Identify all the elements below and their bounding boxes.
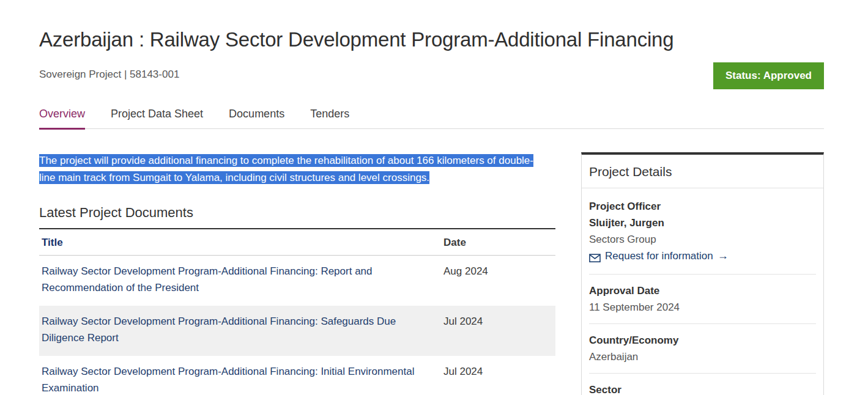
document-link[interactable]: Railway Sector Development Program-Addit…	[42, 265, 373, 293]
field-label: Country/Economy	[589, 332, 816, 349]
project-details-panel: Project Details Project Officer Sluijter…	[581, 152, 824, 395]
document-date-cell: Aug 2024	[443, 263, 543, 296]
content-area: The project will provide additional fina…	[39, 152, 824, 395]
header-row: Sovereign Project | 58143-001 Status: Ap…	[39, 62, 824, 89]
tab-documents[interactable]: Documents	[229, 108, 284, 130]
selected-text: The project will provide additional fina…	[39, 154, 533, 184]
main-column: The project will provide additional fina…	[39, 152, 555, 395]
officer-label: Project Officer	[589, 198, 816, 215]
divider	[589, 274, 816, 275]
mail-icon	[589, 251, 601, 260]
project-subtitle: Sovereign Project | 58143-001	[39, 68, 179, 81]
document-date-cell: Jul 2024	[443, 313, 543, 346]
status-badge: Status: Approved	[713, 62, 824, 89]
project-details-body: Project Officer Sluijter, Jurgen Sectors…	[582, 188, 823, 395]
tab-project-data-sheet[interactable]: Project Data Sheet	[111, 108, 203, 130]
divider	[589, 373, 816, 374]
field-value: 11 September 2024	[589, 299, 816, 316]
field-value: Azerbaijan	[589, 349, 816, 365]
document-title-cell: Railway Sector Development Program-Addit…	[42, 363, 443, 395]
tab-overview[interactable]: Overview	[39, 108, 85, 130]
page-title: Azerbaijan : Railway Sector Development …	[39, 28, 824, 51]
divider	[589, 323, 816, 324]
document-date-cell: Jul 2024	[443, 363, 543, 395]
project-summary: The project will provide additional fina…	[39, 152, 548, 186]
project-details-heading: Project Details	[582, 155, 823, 188]
officer-group: Sectors Group	[589, 231, 816, 248]
officer-name: Sluijter, Jurgen	[589, 215, 816, 231]
document-link[interactable]: Railway Sector Development Program-Addit…	[42, 366, 414, 394]
documents-table-header: Title Date	[39, 229, 555, 256]
table-row: Railway Sector Development Program-Addit…	[39, 356, 555, 395]
column-header-title: Title	[42, 237, 443, 249]
page-container: Azerbaijan : Railway Sector Development …	[0, 0, 824, 395]
request-for-information-link[interactable]: Request for information →	[589, 248, 729, 264]
documents-section-heading: Latest Project Documents	[39, 205, 555, 221]
field-label: Approval Date	[589, 282, 816, 299]
column-header-date: Date	[443, 237, 543, 249]
documents-table: Title Date Railway Sector Development Pr…	[39, 228, 555, 395]
tab-bar: Overview Project Data Sheet Documents Te…	[39, 108, 824, 129]
document-title-cell: Railway Sector Development Program-Addit…	[42, 313, 443, 346]
arrow-right-icon: →	[718, 248, 729, 264]
tab-tenders[interactable]: Tenders	[310, 108, 349, 130]
request-link-label: Request for information	[605, 248, 713, 264]
table-row: Railway Sector Development Program-Addit…	[39, 306, 555, 356]
document-link[interactable]: Railway Sector Development Program-Addit…	[42, 316, 396, 344]
document-title-cell: Railway Sector Development Program-Addit…	[42, 263, 443, 296]
table-row: Railway Sector Development Program-Addit…	[39, 256, 555, 306]
field-label: Sector	[589, 382, 816, 395]
